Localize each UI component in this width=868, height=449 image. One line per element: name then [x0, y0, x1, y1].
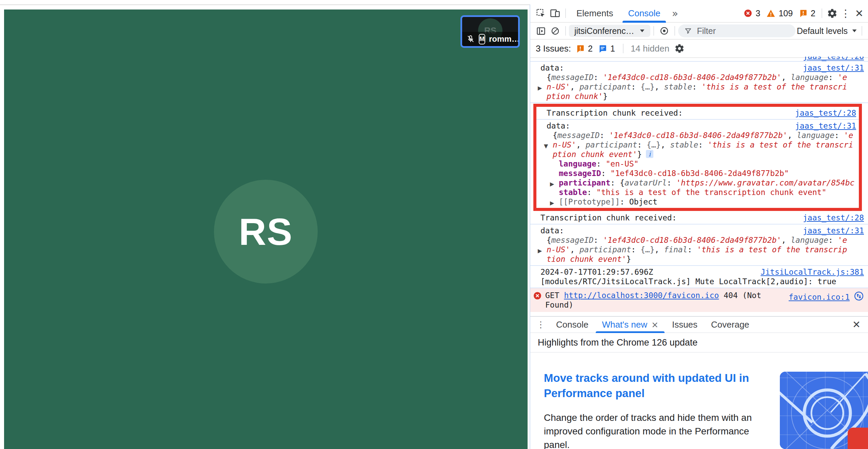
error-icon: [744, 9, 752, 18]
console-line: 2024-07-17T01:29:57.696Z: [540, 267, 653, 277]
console-message: 2024-07-17T01:29:57.696ZJitsiLocalTrack.…: [530, 266, 868, 288]
close-drawer-icon[interactable]: ✕: [846, 319, 867, 330]
console-text: 'this is a test of the transcri: [702, 82, 847, 91]
expand-arrow-icon[interactable]: ▶: [550, 198, 554, 208]
console-line: {messageID: '1ef43dc0-cd18-6b3d-8406-2da…: [547, 235, 847, 245]
console-text: :: [687, 245, 697, 254]
console-row: Transcription chunk received:jaas_test/:…: [530, 213, 868, 222]
console-text: ,: [661, 140, 670, 149]
js-context-selector[interactable]: jitsiConferenc…: [569, 25, 650, 37]
console-text: :: [631, 245, 640, 254]
console-line: [modules/RTC/JitsiLocalTrack.js] Mute Lo…: [540, 277, 836, 286]
console-text: "this is a test of the transcription chu…: [596, 188, 827, 197]
console-row: {messageID: '1ef43dc0-cd18-6b3d-8406-2da…: [530, 73, 868, 82]
page-errors-badge[interactable]: 2: [576, 44, 593, 54]
message-count: 1: [610, 44, 615, 54]
kebab-menu-icon[interactable]: ⋮: [839, 6, 852, 20]
console-text: Found): [545, 300, 573, 309]
drawer-tab-what-s-new[interactable]: What's new×: [595, 317, 665, 332]
console-filter[interactable]: [678, 24, 795, 37]
source-link[interactable]: jaas_test/:31: [795, 63, 864, 73]
expand-arrow-icon[interactable]: ▶: [550, 179, 554, 188]
source-link[interactable]: jaas_test/:31: [795, 226, 864, 235]
network-request-icon[interactable]: [854, 291, 864, 303]
info-badge-icon[interactable]: i: [646, 150, 653, 158]
device-toolbar-button[interactable]: [548, 7, 562, 20]
source-link[interactable]: JitsiLocalTrack.js:381: [752, 267, 864, 277]
source-link[interactable]: jaas_test/:31: [787, 121, 856, 131]
console-text: {: [547, 236, 551, 245]
console-row: ption chunk event'}i: [536, 150, 859, 159]
console-text: {: [547, 73, 551, 82]
console-text: :: [593, 236, 603, 245]
console-text: Object: [629, 197, 657, 206]
request-url-link[interactable]: http://localhost:3000/favicon.ico: [564, 291, 719, 300]
console-sidebar-toggle[interactable]: [534, 24, 548, 37]
drawer-tab-issues[interactable]: Issues: [665, 317, 704, 332]
clear-console-button[interactable]: [548, 24, 562, 37]
video-play-button[interactable]: [848, 428, 868, 449]
console-text: participant: [559, 178, 610, 187]
issue-count-badge[interactable]: 2: [799, 8, 815, 18]
console-text: participant: [579, 82, 631, 91]
console-text: "1ef43dc0-cd18-6b3d-8406-2da49f877b2b": [610, 169, 789, 178]
drawer-tabbar: ⋮ ConsoleWhat's new×IssuesCoverage✕: [530, 317, 868, 333]
console-row: {messageID: '1ef43dc0-cd18-6b3d-8406-2da…: [530, 235, 868, 245]
more-tabs-icon[interactable]: »: [668, 7, 682, 19]
warning-count-badge[interactable]: 109: [766, 8, 793, 18]
article-body: Change the order of tracks and hide them…: [544, 411, 766, 449]
article-title-link[interactable]: Move tracks around with updated UI in Pe…: [544, 370, 778, 401]
console-text: :: [692, 82, 702, 91]
drawer-tab-console[interactable]: Console: [549, 317, 595, 332]
source-link[interactable]: favicon.ico:1: [789, 292, 850, 302]
hidden-messages-label[interactable]: 14 hidden: [631, 43, 669, 54]
console-text: :: [828, 236, 838, 245]
source-link[interactable]: jaas_test/:28: [787, 108, 856, 118]
console-row: tion chunk event'}: [530, 254, 868, 264]
drawer-kebab-icon[interactable]: ⋮: [532, 319, 549, 330]
console-message: data:jaas_test/:31{messageID: '1ef43dc0-…: [530, 62, 868, 102]
console-text: ,: [576, 140, 586, 149]
console-message: data:jaas_test/:31{messageID: '1ef43dc0-…: [530, 224, 868, 265]
console-row: language: "en-US": [536, 159, 859, 169]
tab-console[interactable]: Console: [620, 4, 668, 22]
console-error-message: GET http://localhost:3000/favicon.ico 40…: [530, 288, 868, 312]
messages-badge[interactable]: 1: [598, 44, 615, 54]
inspect-element-button[interactable]: [534, 7, 548, 20]
drawer: ⋮ ConsoleWhat's new×IssuesCoverage✕ High…: [530, 316, 868, 449]
divider: [623, 44, 624, 53]
close-devtools-icon[interactable]: ✕: [852, 6, 866, 20]
console-text: :: [631, 82, 640, 91]
error-count-badge[interactable]: 3: [744, 8, 760, 18]
expand-arrow-icon[interactable]: ▼: [544, 141, 548, 150]
settings-button[interactable]: [825, 6, 839, 20]
console-line: data:: [547, 121, 570, 131]
console-text: :: [667, 178, 676, 187]
issues-settings-button[interactable]: [673, 42, 686, 55]
close-tab-icon[interactable]: ×: [651, 320, 658, 330]
console-text: Transcription chunk received:: [547, 109, 683, 117]
console-text: avatarUrl: [625, 178, 667, 187]
mic-muted-icon: [466, 35, 475, 43]
filter-input[interactable]: [696, 26, 772, 36]
drawer-tab-coverage[interactable]: Coverage: [704, 317, 756, 332]
warning-icon: [766, 9, 775, 18]
console-text: :: [637, 140, 647, 149]
source-link[interactable]: jaas_test/:28: [795, 57, 864, 61]
console-text: 'this is a test of the transcrip: [697, 245, 847, 254]
console-text: tion chunk event': [547, 255, 626, 263]
tab-elements[interactable]: Elements: [569, 4, 620, 22]
log-levels-dropdown[interactable]: Default levels: [797, 26, 857, 36]
whats-new-article: Move tracks around with updated UI in Pe…: [544, 370, 781, 449]
console-line: participant: {avatarUrl: 'https://www.gr…: [559, 178, 854, 188]
expand-arrow-icon[interactable]: ▶: [538, 246, 542, 254]
console-row: ▶participant: {avatarUrl: 'https://www.g…: [536, 178, 859, 188]
console-text: ption chunk': [547, 92, 603, 101]
self-video-thumbnail[interactable]: RS M romm…: [460, 15, 520, 48]
live-expression-button[interactable]: [657, 24, 671, 37]
issues-bar: 3 Issues: 2 1 14 hidden: [530, 40, 868, 58]
source-link[interactable]: jaas_test/:28: [795, 213, 864, 222]
console-text: stable: [664, 82, 692, 91]
console-text: ,: [787, 131, 797, 140]
expand-arrow-icon[interactable]: ▶: [538, 83, 542, 92]
